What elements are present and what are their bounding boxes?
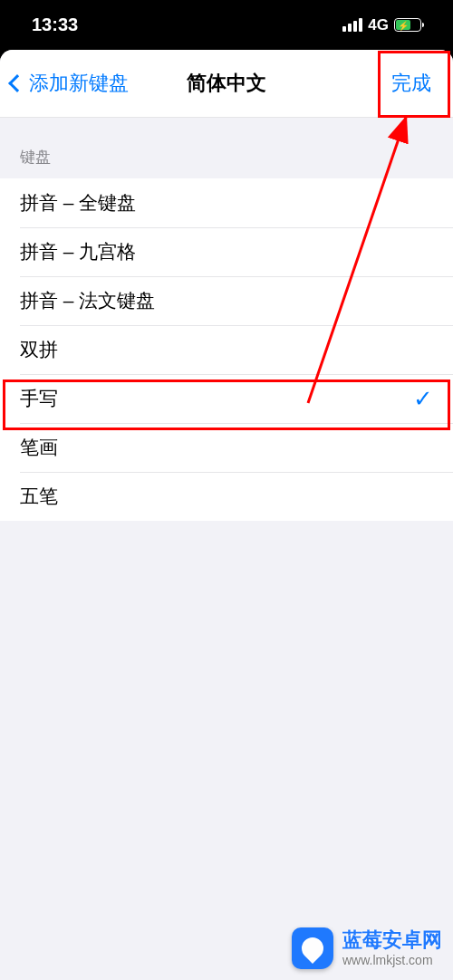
- done-button[interactable]: 完成: [379, 62, 444, 104]
- status-bar: 13:33 4G ⚡: [0, 0, 453, 50]
- section-header: 键盘: [0, 118, 453, 178]
- list-item[interactable]: 拼音 – 法文键盘: [0, 276, 453, 325]
- list-item-label: 手写: [20, 386, 58, 411]
- watermark-logo-icon: [292, 927, 333, 969]
- watermark-url: www.lmkjst.com: [342, 953, 442, 968]
- list-item-selected[interactable]: 手写 ✓: [0, 374, 453, 423]
- list-item[interactable]: 笔画: [0, 423, 453, 472]
- battery-icon: ⚡: [394, 18, 421, 32]
- signal-icon: [342, 18, 362, 32]
- list-item[interactable]: 拼音 – 全键盘: [0, 178, 453, 227]
- list-item-label: 拼音 – 九宫格: [20, 239, 136, 264]
- list-item-label: 双拼: [20, 337, 58, 362]
- list-item-label: 五笔: [20, 484, 58, 509]
- checkmark-icon: ✓: [413, 385, 433, 413]
- watermark-title: 蓝莓安卓网: [342, 928, 442, 952]
- list-item-label: 拼音 – 法文键盘: [20, 288, 155, 313]
- keyboard-list: 拼音 – 全键盘 拼音 – 九宫格 拼音 – 法文键盘 双拼 手写 ✓ 笔画 五…: [0, 178, 453, 521]
- list-item[interactable]: 拼音 – 九宫格: [0, 227, 453, 276]
- modal-sheet: 添加新键盘 简体中文 完成 键盘 拼音 – 全键盘 拼音 – 九宫格 拼音 – …: [0, 50, 453, 980]
- navigation-bar: 添加新键盘 简体中文 完成: [0, 50, 453, 118]
- status-time: 13:33: [32, 14, 78, 35]
- page-title: 简体中文: [187, 70, 266, 97]
- network-label: 4G: [368, 16, 389, 34]
- back-button[interactable]: 添加新键盘: [11, 70, 129, 97]
- status-indicators: 4G ⚡: [342, 16, 421, 34]
- watermark-text: 蓝莓安卓网 www.lmkjst.com: [342, 928, 442, 967]
- list-item[interactable]: 双拼: [0, 325, 453, 374]
- watermark: 蓝莓安卓网 www.lmkjst.com: [292, 927, 442, 969]
- chevron-left-icon: [8, 74, 26, 92]
- back-label: 添加新键盘: [29, 70, 129, 97]
- list-item-label: 拼音 – 全键盘: [20, 190, 136, 216]
- list-item-label: 笔画: [20, 435, 58, 460]
- list-item[interactable]: 五笔: [0, 472, 453, 521]
